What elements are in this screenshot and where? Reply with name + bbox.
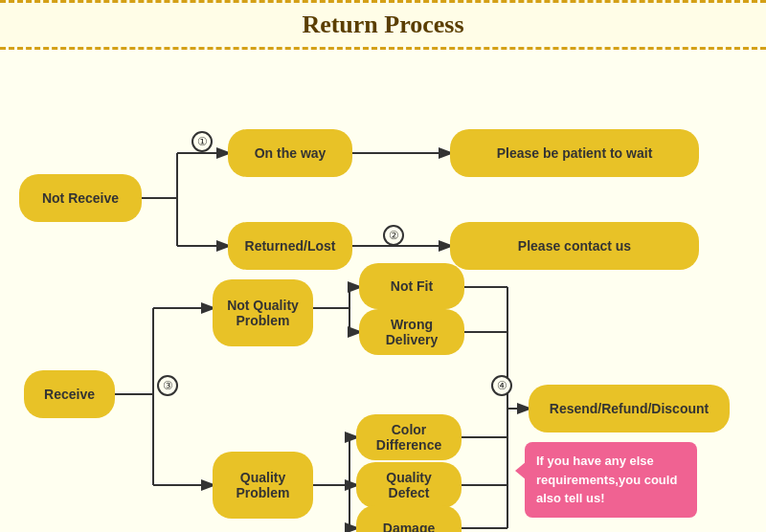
circle-3: ③	[157, 375, 178, 396]
not-fit-node: Not Fit	[359, 263, 464, 309]
tooltip-bubble: If you have any else requirements,you co…	[525, 442, 697, 518]
be-patient-node: Please be patient to wait	[450, 129, 699, 177]
resend-node: Resend/Refund/Discount	[529, 385, 730, 432]
diagram-content: Not Receive On the way Returned/Lost Ple…	[0, 50, 766, 532]
color-diff-node: Color Difference	[356, 414, 462, 460]
quality-defect-node: Quality Defect	[356, 462, 462, 508]
page-header: Return Process	[0, 0, 766, 50]
circle-2: ②	[383, 225, 404, 246]
not-receive-node: Not Receive	[19, 174, 142, 222]
not-quality-node: Not Quality Problem	[213, 279, 313, 346]
page-title: Return Process	[302, 11, 463, 38]
quality-node: Quality Problem	[213, 452, 313, 519]
damage-node: Damage	[356, 505, 462, 532]
returned-lost-node: Returned/Lost	[228, 222, 352, 270]
on-the-way-node: On the way	[228, 129, 352, 177]
wrong-delivery-node: Wrong Delivery	[359, 309, 464, 355]
receive-node: Receive	[24, 370, 115, 418]
circle-1: ①	[192, 131, 213, 152]
contact-us-node: Please contact us	[450, 222, 699, 270]
circle-4: ④	[491, 375, 512, 396]
tooltip-text: If you have any else requirements,you co…	[536, 454, 677, 505]
